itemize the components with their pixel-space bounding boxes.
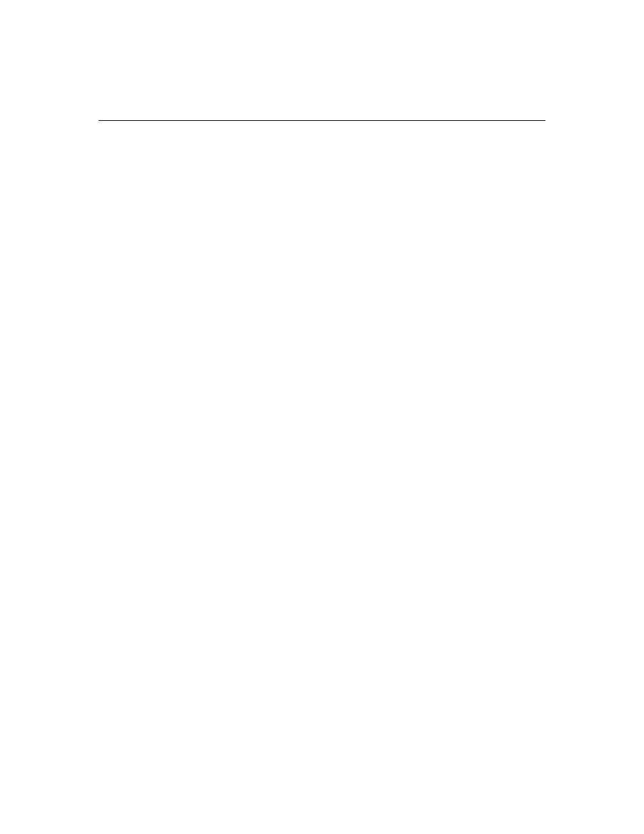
horizontal-divider xyxy=(99,120,545,121)
